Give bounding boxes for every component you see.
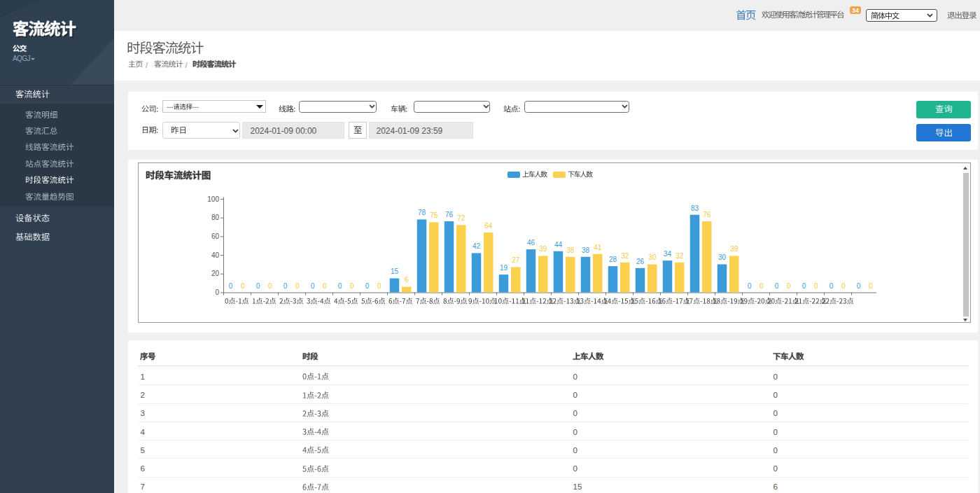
svg-text:27: 27	[512, 256, 520, 264]
svg-text:0: 0	[284, 282, 288, 290]
svg-text:76: 76	[703, 211, 711, 218]
svg-text:41: 41	[594, 244, 602, 251]
svg-text:39: 39	[539, 245, 547, 253]
svg-text:0: 0	[268, 282, 272, 290]
svg-text:26: 26	[636, 258, 645, 265]
svg-text:83: 83	[691, 204, 699, 212]
svg-text:42: 42	[472, 242, 481, 250]
svg-text:0: 0	[830, 282, 834, 290]
svg-text:46: 46	[527, 239, 536, 246]
svg-text:76: 76	[445, 211, 454, 218]
svg-text:0: 0	[760, 282, 764, 290]
svg-text:60: 60	[211, 232, 220, 240]
svg-text:0: 0	[256, 282, 260, 290]
svg-text:0: 0	[295, 282, 300, 290]
svg-text:0: 0	[365, 282, 370, 290]
svg-text:72: 72	[457, 214, 465, 222]
svg-text:20: 20	[211, 270, 220, 277]
svg-text:0: 0	[748, 282, 752, 290]
svg-text:0: 0	[787, 282, 791, 290]
svg-text:15: 15	[391, 268, 399, 275]
svg-text:30: 30	[718, 254, 727, 261]
svg-text:80: 80	[211, 214, 220, 221]
svg-text:19: 19	[500, 264, 508, 272]
svg-text:32: 32	[676, 252, 684, 260]
svg-text:6: 6	[405, 276, 409, 284]
svg-text:0: 0	[775, 282, 779, 290]
svg-text:0: 0	[241, 282, 245, 290]
svg-text:0: 0	[350, 282, 354, 290]
svg-text:0: 0	[377, 282, 382, 290]
svg-text:100: 100	[207, 195, 219, 203]
svg-text:0: 0	[311, 282, 315, 290]
svg-text:40: 40	[211, 251, 220, 259]
svg-text:30: 30	[648, 254, 657, 261]
svg-text:0: 0	[869, 282, 873, 290]
svg-text:44: 44	[554, 241, 563, 249]
svg-text:38: 38	[582, 246, 590, 254]
svg-text:0: 0	[338, 282, 342, 290]
svg-text:64: 64	[484, 222, 493, 230]
svg-text:0: 0	[229, 282, 233, 290]
svg-text:0: 0	[814, 282, 818, 290]
svg-text:0: 0	[323, 282, 327, 290]
svg-text:0: 0	[857, 282, 861, 290]
svg-text:0: 0	[802, 282, 806, 290]
svg-text:0: 0	[841, 282, 846, 290]
svg-text:38: 38	[566, 246, 575, 254]
svg-text:28: 28	[609, 256, 617, 263]
svg-text:75: 75	[430, 211, 438, 219]
svg-text:39: 39	[730, 245, 738, 253]
svg-text:78: 78	[418, 209, 426, 216]
svg-text:32: 32	[621, 252, 629, 260]
svg-text:34: 34	[664, 250, 672, 258]
svg-text:0: 0	[215, 289, 219, 296]
